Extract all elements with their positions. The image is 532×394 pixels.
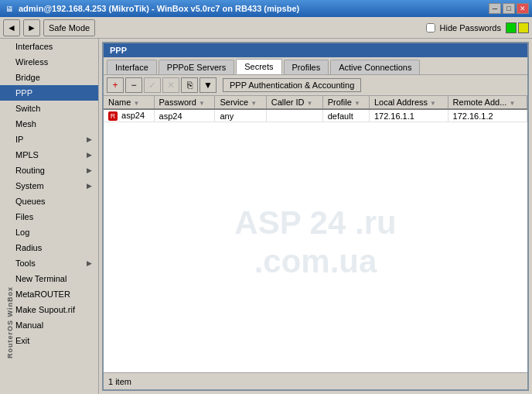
sidebar-item-ip[interactable]: IP ▶ (0, 132, 98, 147)
col-name[interactable]: Name (104, 96, 154, 109)
title-bar: 🖥 admin@192.168.4.253 (MikroTik) - WinBo… (0, 0, 532, 17)
yellow-light (518, 22, 529, 33)
tab-active-connections[interactable]: Active Connections (330, 60, 420, 74)
sidebar-item-mpls[interactable]: MPLS ▶ (0, 147, 98, 163)
tools-arrow-icon: ▶ (87, 259, 92, 267)
sidebar-item-system[interactable]: System ▶ (0, 178, 98, 194)
table-header-row: Name Password Service Caller ID (104, 96, 527, 109)
ppp-auth-accounting-button[interactable]: PPP Authentication & Accounting (223, 78, 361, 92)
forward-button[interactable]: ► (23, 19, 40, 36)
ppp-toolbar: + − ✓ ✕ ⎘ ▼ PPP Authentication & Account… (104, 75, 527, 96)
copy-button[interactable]: ⎘ (181, 77, 198, 93)
sidebar-item-interfaces[interactable]: Interfaces (0, 39, 98, 54)
hide-passwords-checkbox[interactable] (426, 23, 435, 33)
ip-arrow-icon: ▶ (87, 135, 92, 143)
tab-interface[interactable]: Interface (107, 60, 157, 74)
content-area: PPP Interface PPPoE Servers Secrets Prof… (99, 39, 532, 394)
sidebar-item-tools[interactable]: Tools ▶ (0, 255, 98, 271)
cell-caller-id (266, 109, 322, 122)
sidebar-item-wireless[interactable]: Wireless (0, 54, 98, 70)
col-service[interactable]: Service (215, 96, 266, 109)
cross-button[interactable]: ✕ (162, 77, 179, 93)
main-toolbar: ◄ ► Safe Mode Hide Passwords (0, 17, 532, 39)
secrets-table: Name Password Service Caller ID (104, 96, 527, 122)
sidebar-item-manual[interactable]: Manual (0, 317, 98, 333)
cell-service: any (215, 109, 266, 122)
title-buttons: ─ □ ✕ (489, 3, 529, 14)
cell-password: asp24 (154, 109, 215, 122)
toolbar-right: Hide Passwords (426, 22, 529, 33)
cell-name: R asp24 (104, 109, 154, 122)
col-remote-address[interactable]: Remote Add... (448, 96, 527, 109)
remove-button[interactable]: − (125, 77, 142, 93)
cell-local-address: 172.16.1.1 (369, 109, 448, 122)
sidebar-item-ppp[interactable]: PPP (0, 85, 98, 101)
sidebar-item-metarouter[interactable]: MetaROUTER (0, 286, 98, 302)
maximize-button[interactable]: □ (503, 3, 515, 14)
safe-mode-button[interactable]: Safe Mode (43, 19, 95, 36)
item-count: 1 item (108, 377, 131, 386)
cell-remote-address: 172.16.1.2 (448, 109, 527, 122)
sidebar-item-new-terminal[interactable]: New Terminal (0, 271, 98, 286)
sidebar-item-mesh[interactable]: Mesh (0, 116, 98, 132)
col-local-address[interactable]: Local Address (369, 96, 448, 109)
system-arrow-icon: ▶ (87, 182, 92, 190)
cell-profile: default (322, 109, 369, 122)
sidebar-item-switch[interactable]: Switch (0, 101, 98, 116)
sidebar-item-exit[interactable]: Exit (0, 333, 98, 348)
ppp-panel: PPP Interface PPPoE Servers Secrets Prof… (102, 42, 529, 391)
sidebar-item-routing[interactable]: Routing ▶ (0, 163, 98, 178)
sidebar-item-files[interactable]: Files (0, 209, 98, 224)
sidebar-item-bridge[interactable]: Bridge (0, 70, 98, 85)
sidebar: RouterOS WinBox Interfaces Wireless Brid… (0, 39, 99, 394)
app-icon: 🖥 (3, 2, 15, 15)
col-caller-id[interactable]: Caller ID (266, 96, 322, 109)
tab-pppoe-servers[interactable]: PPPoE Servers (159, 60, 234, 74)
sidebar-item-log[interactable]: Log (0, 224, 98, 240)
status-bar: 1 item (104, 372, 527, 389)
add-button[interactable]: + (107, 77, 124, 93)
mpls-arrow-icon: ▶ (87, 151, 92, 159)
window-title: admin@192.168.4.253 (MikroTik) - WinBox … (19, 4, 299, 13)
close-button[interactable]: ✕ (517, 3, 529, 14)
green-light (506, 22, 517, 33)
check-button[interactable]: ✓ (144, 77, 161, 93)
hide-passwords-label: Hide Passwords (440, 23, 501, 33)
table-row[interactable]: R asp24 asp24 any default 172.16.1.1 172… (104, 109, 527, 122)
main-layout: RouterOS WinBox Interfaces Wireless Brid… (0, 39, 532, 394)
watermark: ASP 24 .ru .com.ua (234, 203, 396, 281)
tab-secrets[interactable]: Secrets (236, 59, 281, 74)
col-profile[interactable]: Profile (322, 96, 369, 109)
row-status-icon: R (108, 111, 118, 121)
ppp-title: PPP (104, 43, 527, 57)
tab-profiles[interactable]: Profiles (284, 60, 329, 74)
sidebar-item-make-supout[interactable]: Make Supout.rif (0, 302, 98, 317)
filter-button[interactable]: ▼ (200, 77, 217, 93)
title-bar-left: 🖥 admin@192.168.4.253 (MikroTik) - WinBo… (3, 2, 299, 15)
table-container[interactable]: ASP 24 .ru .com.ua Name Password (104, 96, 527, 372)
routeros-winbox-label: RouterOS WinBox (6, 286, 14, 358)
sidebar-item-radius[interactable]: Radius (0, 240, 98, 255)
sidebar-item-queues[interactable]: Queues (0, 194, 98, 209)
back-button[interactable]: ◄ (3, 19, 20, 36)
routing-arrow-icon: ▶ (87, 166, 92, 174)
col-password[interactable]: Password (154, 96, 215, 109)
tabs-bar: Interface PPPoE Servers Secrets Profiles… (104, 57, 527, 75)
status-lights (506, 22, 529, 33)
minimize-button[interactable]: ─ (489, 3, 501, 14)
